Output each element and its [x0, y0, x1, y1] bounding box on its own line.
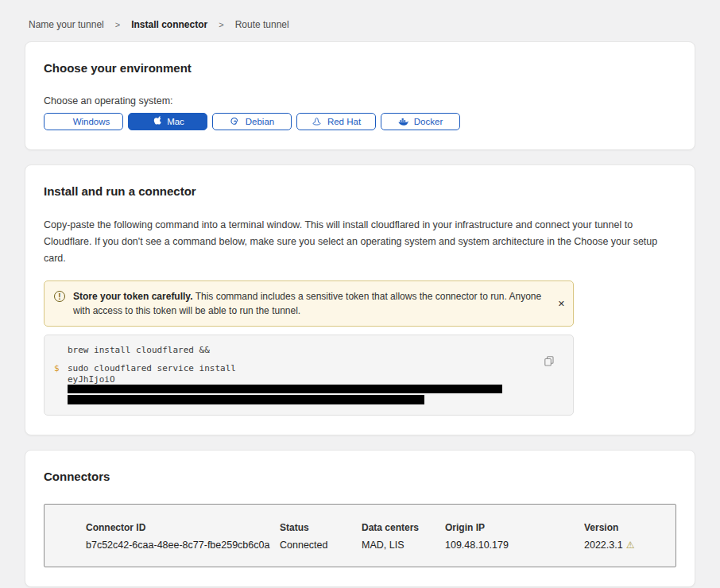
debian-logo-icon	[230, 117, 240, 127]
table-row: b7c52c42-6caa-48ee-8c77-fbe259cb6c0a Con…	[86, 533, 668, 551]
os-button-label: Mac	[167, 117, 184, 126]
connectors-card: Connectors Connector ID Status Data cent…	[25, 450, 695, 587]
version-value: 2022.3.1	[584, 540, 623, 551]
os-button-debian[interactable]: Debian	[212, 113, 292, 130]
environment-card: Choose your environment Choose an operat…	[25, 41, 695, 150]
install-card-title: Install and run a connector	[44, 184, 676, 198]
os-button-label: Red Hat	[327, 117, 361, 126]
redacted-token-bar	[68, 385, 502, 393]
os-button-windows[interactable]: Windows	[44, 113, 123, 130]
install-command-code-block: brew install cloudflared && $ sudo cloud…	[44, 335, 574, 416]
header-version: Version	[584, 522, 668, 533]
token-prefix: eyJhIjoiO	[68, 374, 115, 385]
copy-icon[interactable]	[544, 356, 554, 366]
breadcrumb-separator: >	[115, 20, 120, 29]
header-data-centers: Data centers	[362, 522, 445, 533]
os-button-label: Debian	[246, 117, 274, 126]
connectors-card-title: Connectors	[44, 470, 676, 483]
os-button-redhat[interactable]: Red Hat	[296, 113, 376, 130]
os-select-label: Choose an operating system:	[44, 95, 676, 106]
cell-connector-id: b7c52c42-6caa-48ee-8c77-fbe259cb6c0a	[86, 540, 280, 551]
cell-status: Connected	[280, 540, 362, 551]
windows-logo-icon	[57, 117, 68, 127]
redacted-token-bar	[68, 395, 424, 404]
os-button-docker[interactable]: Docker	[381, 113, 460, 130]
breadcrumb: Name your tunnel > Install connector > R…	[25, 0, 695, 41]
close-icon[interactable]: ✕	[558, 300, 565, 308]
breadcrumb-install-connector[interactable]: Install connector	[131, 19, 207, 30]
cell-origin-ip: 109.48.10.179	[445, 540, 584, 551]
code-line-token: eyJhIjoiO	[68, 375, 538, 395]
breadcrumb-name-your-tunnel[interactable]: Name your tunnel	[29, 19, 104, 30]
docker-logo-icon	[398, 117, 408, 127]
breadcrumb-route-tunnel[interactable]: Route tunnel	[235, 19, 289, 30]
os-button-group: Windows Mac Debian	[44, 113, 676, 130]
cell-data-centers: MAD, LIS	[362, 540, 445, 551]
alert-circle-icon: !	[54, 291, 65, 302]
header-origin-ip: Origin IP	[445, 522, 584, 533]
install-card: Install and run a connector Copy-paste t…	[25, 164, 695, 435]
token-warning-text: Store your token carefully. This command…	[73, 289, 546, 318]
apple-logo-icon	[151, 117, 161, 127]
token-warning-banner: ! Store your token carefully. This comma…	[44, 280, 574, 327]
connectors-table: Connector ID Status Data centers Origin …	[44, 504, 676, 567]
shell-prompt: $	[54, 363, 60, 405]
breadcrumb-separator: >	[219, 20, 223, 29]
cell-version: 2022.3.1⚠	[584, 540, 668, 551]
os-button-label: Docker	[414, 117, 443, 126]
token-warning-title: Store your token carefully.	[73, 291, 193, 302]
page: Name your tunnel > Install connector > R…	[0, 0, 720, 588]
code-line-brew: brew install cloudflared &&	[68, 345, 538, 355]
warning-triangle-icon: ⚠	[626, 540, 635, 551]
os-button-label: Windows	[73, 117, 110, 126]
install-card-description: Copy-paste the following command into a …	[44, 217, 676, 267]
environment-card-title: Choose your environment	[44, 61, 676, 75]
os-button-mac[interactable]: Mac	[128, 113, 207, 130]
code-line-token-2	[68, 395, 538, 405]
redhat-logo-icon	[312, 117, 322, 127]
header-connector-id: Connector ID	[86, 522, 280, 533]
header-status: Status	[280, 522, 362, 533]
code-line-sudo: sudo cloudflared service install	[68, 363, 538, 374]
connectors-table-header: Connector ID Status Data centers Origin …	[86, 522, 668, 533]
